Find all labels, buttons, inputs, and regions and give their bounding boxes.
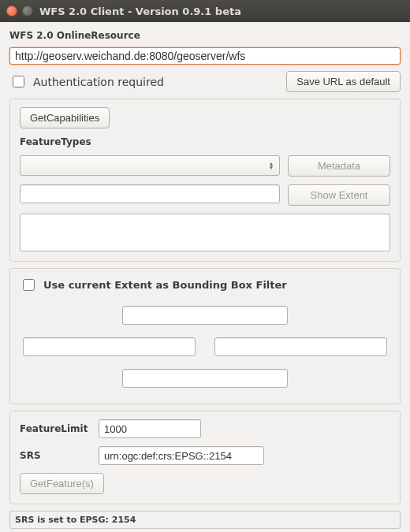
use-extent-label: Use current Extent as Bounding Box Filte… xyxy=(43,279,287,291)
window-title: WFS 2.0 Client - Version 0.9.1 beta xyxy=(39,6,241,17)
minimize-icon[interactable] xyxy=(22,6,33,17)
bbox-grid xyxy=(20,303,390,394)
chevron-updown-icon: ▴▾ xyxy=(270,162,273,169)
online-resource-label: WFS 2.0 OnlineResource xyxy=(9,30,401,41)
capabilities-frame: GetCapabilities FeatureTypes ▴▾ Metadata… xyxy=(9,99,401,262)
bbox-frame: Use current Extent as Bounding Box Filte… xyxy=(9,268,401,404)
srs-row: SRS xyxy=(20,446,390,465)
auth-required-checkbox[interactable]: Authentication required xyxy=(9,73,164,90)
bbox-minx-input[interactable] xyxy=(23,337,196,356)
use-extent-check[interactable] xyxy=(23,279,35,291)
feature-limit-label: FeatureLimit xyxy=(20,423,88,434)
close-icon[interactable] xyxy=(6,6,17,17)
srs-label: SRS xyxy=(20,450,88,461)
feature-type-name-input[interactable] xyxy=(20,184,280,203)
auth-required-check[interactable] xyxy=(13,76,24,87)
feature-limit-input[interactable] xyxy=(99,419,201,438)
bbox-maxx-input[interactable] xyxy=(214,337,387,356)
status-bar: SRS is set to EPSG: 2154 xyxy=(9,511,401,529)
bbox-maxy-input[interactable] xyxy=(122,306,288,325)
feature-limit-row: FeatureLimit xyxy=(20,419,390,438)
srs-input[interactable] xyxy=(99,446,264,465)
use-extent-checkbox[interactable]: Use current Extent as Bounding Box Filte… xyxy=(20,277,390,293)
metadata-button[interactable]: Metadata xyxy=(288,155,390,177)
window-controls xyxy=(6,6,33,17)
client-area: WFS 2.0 OnlineResource Authentication re… xyxy=(0,22,410,532)
show-extent-button[interactable]: Show Extent xyxy=(288,184,390,206)
auth-required-label: Authentication required xyxy=(33,76,164,88)
feature-types-label: FeatureTypes xyxy=(20,136,390,147)
titlebar: WFS 2.0 Client - Version 0.9.1 beta xyxy=(0,0,410,22)
bbox-miny-input[interactable] xyxy=(122,369,288,388)
request-frame: FeatureLimit SRS GetFeature(s) xyxy=(9,411,401,504)
get-features-button[interactable]: GetFeature(s) xyxy=(20,473,104,494)
feature-type-select[interactable]: ▴▾ xyxy=(20,155,280,176)
get-capabilities-button[interactable]: GetCapabilities xyxy=(20,107,110,128)
save-url-default-button[interactable]: Save URL as default xyxy=(286,71,401,92)
online-resource-input[interactable] xyxy=(9,47,401,65)
feature-type-abstract-box[interactable] xyxy=(20,214,390,251)
app-window: WFS 2.0 Client - Version 0.9.1 beta WFS … xyxy=(0,0,410,532)
auth-row: Authentication required Save URL as defa… xyxy=(9,71,401,92)
